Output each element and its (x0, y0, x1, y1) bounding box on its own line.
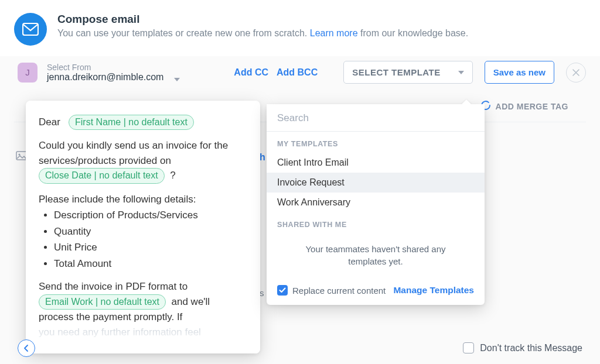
email-body-preview: Dear First Name | no default text Could … (26, 101, 260, 353)
select-template-button[interactable]: SELECT TEMPLATE (343, 61, 473, 84)
checkbox-unchecked-icon[interactable] (463, 342, 474, 353)
checkbox-checked-icon[interactable] (277, 285, 288, 296)
from-label: Select From (47, 63, 163, 72)
template-search-input[interactable] (267, 104, 485, 132)
add-cc-button[interactable]: Add CC (234, 67, 268, 78)
add-merge-tag-button[interactable]: ADD MERGE TAG (480, 100, 568, 118)
list-item: Quantity (54, 224, 247, 239)
header-title: Compose email (57, 13, 468, 26)
template-item[interactable]: Work Anniversary (267, 193, 485, 212)
manage-templates-link[interactable]: Manage Templates (393, 285, 474, 296)
details-list: Description of Products/Services Quantit… (54, 208, 247, 271)
list-item: Unit Price (54, 240, 247, 255)
compose-header: Compose email You can use your templates… (0, 0, 600, 56)
merge-field-email-work[interactable]: Email Work | no default text (39, 294, 166, 310)
mail-icon (14, 13, 47, 46)
merge-field-close-date[interactable]: Close Date | no default text (39, 168, 165, 183)
hidden-char: s (260, 288, 264, 298)
from-selector[interactable]: Select From jenna.dreikorn@nimble.com (47, 63, 163, 83)
template-dropdown-panel: MY TEMPLATES Client Intro Email Invoice … (267, 104, 485, 305)
close-button[interactable] (566, 63, 586, 83)
learn-more-link[interactable]: Learn more (310, 28, 358, 38)
avatar: J (18, 63, 38, 83)
replace-content-option[interactable]: Replace current content (277, 285, 386, 296)
from-row: J Select From jenna.dreikorn@nimble.com … (0, 56, 600, 84)
shared-empty-message: Your teammates haven't shared any templa… (267, 233, 485, 279)
list-item: Description of Products/Services (54, 208, 247, 223)
hidden-char: h (260, 152, 265, 163)
add-bcc-button[interactable]: Add BCC (277, 67, 318, 78)
chevron-down-icon (458, 71, 464, 74)
section-shared-with-me: SHARED WITH ME (267, 212, 485, 233)
header-subtitle: You can use your templates or create new… (57, 28, 468, 39)
template-item[interactable]: Client Intro Email (267, 153, 485, 173)
from-email: jenna.dreikorn@nimble.com (47, 72, 163, 83)
list-item: Total Amount (54, 256, 247, 272)
merge-field-first-name[interactable]: First Name | no default text (69, 115, 194, 130)
section-my-templates: MY TEMPLATES (267, 132, 485, 153)
chevron-down-icon[interactable] (174, 78, 180, 81)
save-as-new-button[interactable]: Save as new (485, 61, 554, 84)
template-item[interactable]: Invoice Request (267, 173, 485, 193)
pager-prev-button[interactable] (18, 339, 35, 357)
dont-track-option[interactable]: Don't track this Message (463, 342, 582, 353)
